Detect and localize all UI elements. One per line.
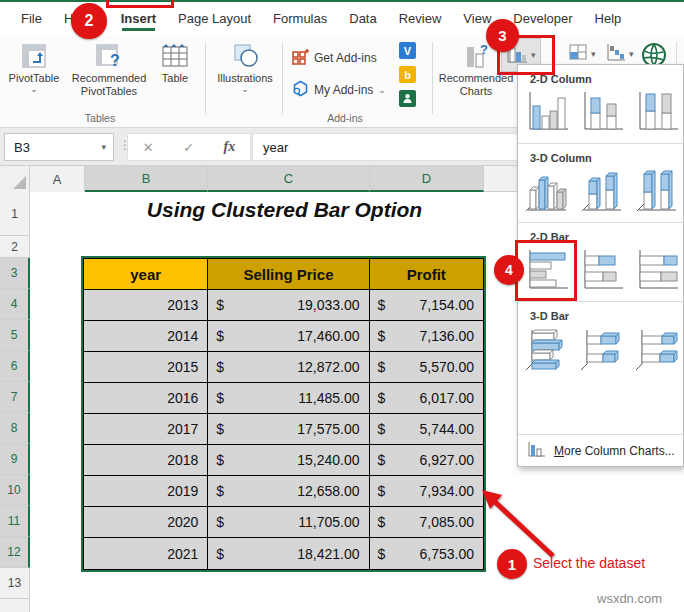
cell-profit[interactable]: $5,744.00 <box>370 414 483 445</box>
cell-profit[interactable]: $7,154.00 <box>370 290 483 321</box>
cell-profit[interactable]: $6,753.00 <box>370 538 483 569</box>
formula-value: year <box>263 140 288 155</box>
3d-clustered-column-option[interactable] <box>524 168 570 214</box>
cell-b3-year-header[interactable]: year <box>84 259 208 290</box>
cell-d3-profit-header[interactable]: Profit <box>370 259 483 290</box>
stacked-100-column-option[interactable] <box>634 89 680 135</box>
get-addins-button[interactable]: Get Add-ins <box>292 48 377 68</box>
row-header-3[interactable]: 3 <box>0 258 30 289</box>
row-header-8[interactable]: 8 <box>0 413 30 444</box>
cell-year[interactable]: 2020 <box>84 507 208 538</box>
row-header-5[interactable]: 5 <box>0 320 30 351</box>
tab-page-layout[interactable]: Page Layout <box>167 3 262 35</box>
section-divider <box>518 301 683 302</box>
row-header-10[interactable]: 10 <box>0 475 30 506</box>
row-header-2[interactable]: 2 <box>0 236 30 258</box>
visio-addin-icon[interactable]: V <box>399 42 416 59</box>
row-header-7[interactable]: 7 <box>0 382 30 413</box>
hierarchy-chart-icon <box>568 42 588 66</box>
currency-symbol: $ <box>378 452 386 468</box>
cell-value: 17,460.00 <box>297 328 359 344</box>
sheet-title-cell[interactable]: Using Clustered Bar Option <box>85 198 484 222</box>
cell-profit[interactable]: $7,934.00 <box>370 476 483 507</box>
pivottable-button[interactable]: PivotTable ⌄ <box>6 40 62 94</box>
chevron-down-icon: ⌄ <box>241 85 249 94</box>
cell-profit[interactable]: $7,136.00 <box>370 321 483 352</box>
illustrations-button[interactable]: Illustrations ⌄ <box>212 40 278 94</box>
cell-year[interactable]: 2015 <box>84 352 208 383</box>
cell-profit[interactable]: $6,017.00 <box>370 383 483 414</box>
cell-profit[interactable]: $5,570.00 <box>370 352 483 383</box>
bing-addin-icon[interactable]: b <box>399 66 416 83</box>
cell-year[interactable]: 2018 <box>84 445 208 476</box>
tab-review[interactable]: Review <box>388 3 453 35</box>
column-header-d[interactable]: D <box>370 166 484 192</box>
row-header-6[interactable]: 6 <box>0 351 30 382</box>
cell-selling-price[interactable]: $19,033.00 <box>208 290 369 321</box>
insert-function-icon[interactable]: fx <box>224 139 236 155</box>
cell-profit[interactable]: $7,085.00 <box>370 507 483 538</box>
column-header-c[interactable]: C <box>208 166 370 192</box>
currency-symbol: $ <box>216 328 224 344</box>
3d-stacked-column-option[interactable] <box>579 168 625 214</box>
cell-selling-price[interactable]: $15,240.00 <box>208 445 369 476</box>
stacked-100-bar-option[interactable] <box>634 247 680 293</box>
stacked-bar-option[interactable] <box>579 247 625 293</box>
illustrations-icon <box>230 40 260 72</box>
cell-year[interactable]: 2013 <box>84 290 208 321</box>
clustered-bar-option[interactable]: 4 <box>524 247 570 293</box>
cell-c3-selling-price-header[interactable]: Selling Price <box>208 259 369 290</box>
3d-clustered-bar-option[interactable] <box>524 326 570 372</box>
chevron-down-icon: ⌄ <box>378 86 386 95</box>
column-header-a[interactable]: A <box>30 166 85 192</box>
cell-year[interactable]: 2017 <box>84 414 208 445</box>
enter-icon[interactable]: ✓ <box>183 140 194 155</box>
row-header-9[interactable]: 9 <box>0 444 30 475</box>
row-header-13[interactable]: 13 <box>0 568 30 599</box>
people-addin-icon[interactable] <box>399 90 416 107</box>
chart-type-dropdown: 2-D Column 3-D Column <box>517 64 684 467</box>
3d-column-thumbnails <box>518 166 683 217</box>
cell-selling-price[interactable]: $17,575.00 <box>208 414 369 445</box>
column-header-b[interactable]: B <box>85 166 208 192</box>
section-divider <box>518 143 683 144</box>
more-column-charts-item[interactable]: More Column Charts... <box>518 434 683 466</box>
select-all-button[interactable] <box>0 166 30 192</box>
cell-year[interactable]: 2021 <box>84 538 208 569</box>
cell-selling-price[interactable]: $11,485.00 <box>208 383 369 414</box>
currency-symbol: $ <box>216 483 224 499</box>
3d-stacked-100-bar-option[interactable] <box>634 326 680 372</box>
3d-stacked-100-column-option[interactable] <box>634 168 680 214</box>
cell-selling-price[interactable]: $11,705.00 <box>208 507 369 538</box>
clustered-column-option[interactable] <box>524 89 570 135</box>
cell-value: 7,154.00 <box>420 297 475 313</box>
cell-selling-price[interactable]: $18,421.00 <box>208 538 369 569</box>
cancel-icon[interactable]: ✕ <box>143 140 154 155</box>
stacked-column-option[interactable] <box>579 89 625 135</box>
recommended-pivottables-button[interactable]: ? Recommended PivotTables <box>64 40 154 97</box>
currency-symbol: $ <box>216 390 224 406</box>
row-header-11[interactable]: 11 <box>0 506 30 537</box>
name-box[interactable]: B3 ▾ <box>4 133 114 161</box>
my-addins-button[interactable]: My Add-ins ⌄ <box>292 80 386 100</box>
cell-profit[interactable]: $6,927.00 <box>370 445 483 476</box>
cell-year[interactable]: 2016 <box>84 383 208 414</box>
tab-data[interactable]: Data <box>338 3 387 35</box>
currency-symbol: $ <box>378 483 386 499</box>
3d-stacked-bar-option[interactable] <box>579 326 625 372</box>
table-row: 2020 $11,705.00 $7,085.00 <box>84 507 483 538</box>
cell-selling-price[interactable]: $12,658.00 <box>208 476 369 507</box>
currency-symbol: $ <box>216 359 224 375</box>
row-header-4[interactable]: 4 <box>0 289 30 320</box>
row-header-1[interactable]: 1 <box>0 192 30 236</box>
cell-selling-price[interactable]: $12,872.00 <box>208 352 369 383</box>
tab-file[interactable]: File <box>10 3 53 35</box>
insert-column-chart-button[interactable]: ▾ 3 <box>501 38 541 72</box>
cell-year[interactable]: 2019 <box>84 476 208 507</box>
tab-help[interactable]: Help <box>584 3 633 35</box>
cell-selling-price[interactable]: $17,460.00 <box>208 321 369 352</box>
table-button[interactable]: Table <box>152 40 198 85</box>
cell-year[interactable]: 2014 <box>84 321 208 352</box>
row-header-12[interactable]: 12 <box>0 537 30 568</box>
tab-formulas[interactable]: Formulas <box>262 3 338 35</box>
